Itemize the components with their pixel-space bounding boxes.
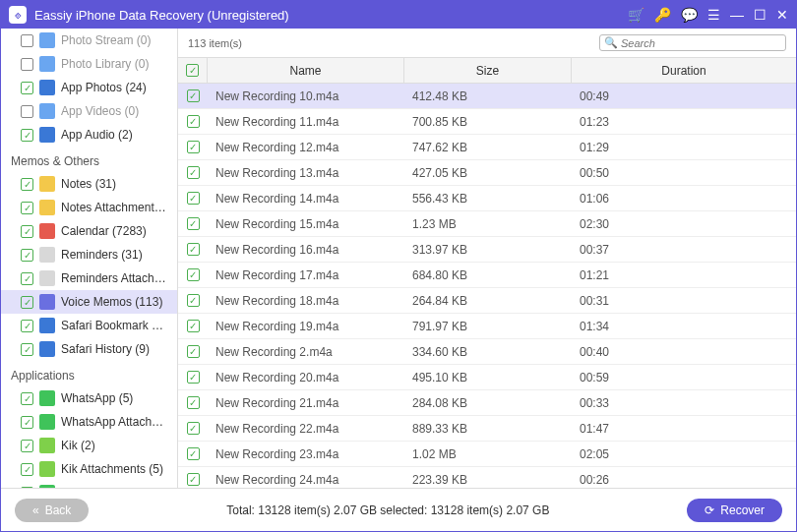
item-count: 113 item(s) bbox=[188, 37, 599, 49]
back-button[interactable]: « Back bbox=[15, 499, 89, 522]
sidebar-item[interactable]: Safari Bookmark (653) bbox=[1, 314, 177, 337]
sidebar-item[interactable]: Line (4) bbox=[1, 481, 177, 488]
column-size[interactable]: Size bbox=[404, 58, 572, 83]
checkbox[interactable] bbox=[21, 129, 33, 142]
row-checkbox[interactable] bbox=[178, 294, 208, 307]
checkbox[interactable] bbox=[21, 225, 33, 238]
row-checkbox[interactable] bbox=[178, 422, 208, 435]
search-input[interactable] bbox=[621, 37, 781, 49]
table-row[interactable]: New Recording 13.m4a427.05 KB00:50 bbox=[178, 160, 796, 186]
sidebar-item[interactable]: Safari History (9) bbox=[1, 337, 177, 361]
table-row[interactable]: New Recording 11.m4a700.85 KB01:23 bbox=[178, 109, 796, 135]
category-icon bbox=[39, 341, 55, 357]
row-checkbox[interactable] bbox=[178, 141, 208, 153]
row-checkbox[interactable] bbox=[178, 243, 208, 256]
minimize-icon[interactable]: — bbox=[730, 7, 744, 23]
row-checkbox[interactable] bbox=[178, 345, 208, 358]
checkbox[interactable] bbox=[21, 105, 33, 118]
sidebar-item[interactable]: Reminders (31) bbox=[1, 243, 177, 266]
table-row[interactable]: New Recording 19.m4a791.97 KB01:34 bbox=[178, 314, 796, 339]
table-row[interactable]: New Recording 18.m4a264.84 KB00:31 bbox=[178, 288, 796, 314]
sidebar-item[interactable]: Photo Stream (0) bbox=[1, 29, 177, 52]
table-row[interactable]: New Recording 10.m4a412.48 KB00:49 bbox=[178, 84, 796, 109]
chat-icon[interactable]: 💬 bbox=[681, 7, 698, 23]
checkbox[interactable] bbox=[21, 178, 33, 191]
table-row[interactable]: New Recording 12.m4a747.62 KB01:29 bbox=[178, 135, 796, 160]
table-row[interactable]: New Recording 2.m4a334.60 KB00:40 bbox=[178, 339, 796, 365]
sidebar-item[interactable]: App Videos (0) bbox=[1, 99, 177, 123]
checkbox[interactable] bbox=[21, 296, 33, 309]
checkbox[interactable] bbox=[21, 202, 33, 214]
table-header: Name Size Duration bbox=[178, 58, 796, 84]
row-checkbox[interactable] bbox=[178, 320, 208, 332]
sidebar-item[interactable]: App Audio (2) bbox=[1, 123, 177, 147]
category-icon bbox=[39, 270, 55, 286]
sidebar-item[interactable]: WhatsApp Attachmen... bbox=[1, 410, 177, 434]
key-icon[interactable]: 🔑 bbox=[654, 7, 671, 23]
cell-duration: 01:34 bbox=[572, 320, 796, 333]
cell-size: 556.43 KB bbox=[404, 192, 572, 206]
row-checkbox[interactable] bbox=[178, 268, 208, 281]
checkbox[interactable] bbox=[21, 58, 33, 71]
cart-icon[interactable]: 🛒 bbox=[628, 7, 644, 23]
row-checkbox[interactable] bbox=[178, 217, 208, 230]
search-box[interactable]: 🔍 bbox=[599, 34, 786, 51]
sidebar-item[interactable]: Kik (2) bbox=[1, 434, 177, 457]
checkbox[interactable] bbox=[21, 249, 33, 262]
cell-size: 427.05 KB bbox=[404, 166, 572, 180]
sidebar-item[interactable]: Calendar (7283) bbox=[1, 219, 177, 243]
select-all-checkbox[interactable] bbox=[178, 58, 208, 83]
recover-button[interactable]: ⟳ Recover bbox=[687, 499, 782, 522]
maximize-icon[interactable]: ☐ bbox=[754, 7, 766, 23]
row-checkbox[interactable] bbox=[178, 89, 208, 102]
table-row[interactable]: New Recording 14.m4a556.43 KB01:06 bbox=[178, 186, 796, 211]
table-row[interactable]: New Recording 16.m4a313.97 KB00:37 bbox=[178, 237, 796, 263]
checkbox[interactable] bbox=[21, 343, 33, 356]
table-row[interactable]: New Recording 20.m4a495.10 KB00:59 bbox=[178, 365, 796, 390]
sidebar-item-label: Kik (2) bbox=[61, 439, 167, 452]
checkbox[interactable] bbox=[21, 392, 33, 405]
menu-icon[interactable]: ☰ bbox=[707, 7, 720, 23]
table-row[interactable]: New Recording 15.m4a1.23 MB02:30 bbox=[178, 211, 796, 237]
sidebar-item[interactable]: Reminders Attachmen... bbox=[1, 266, 177, 290]
table-row[interactable]: New Recording 21.m4a284.08 KB00:33 bbox=[178, 390, 796, 416]
column-name[interactable]: Name bbox=[208, 58, 404, 83]
sidebar-item[interactable]: WhatsApp (5) bbox=[1, 386, 177, 410]
checkbox[interactable] bbox=[21, 272, 33, 285]
checkbox[interactable] bbox=[21, 463, 33, 476]
checkbox[interactable] bbox=[21, 440, 33, 452]
sidebar-item[interactable]: Kik Attachments (5) bbox=[1, 457, 177, 481]
sidebar-item[interactable]: Photo Library (0) bbox=[1, 52, 177, 76]
row-checkbox[interactable] bbox=[178, 166, 208, 179]
row-checkbox[interactable] bbox=[178, 447, 208, 460]
table-row[interactable]: New Recording 22.m4a889.33 KB01:47 bbox=[178, 416, 796, 442]
sidebar-item[interactable]: Notes (31) bbox=[1, 172, 177, 196]
cell-duration: 01:23 bbox=[572, 115, 796, 129]
table-row[interactable]: New Recording 24.m4a223.39 KB00:26 bbox=[178, 467, 796, 488]
close-icon[interactable]: ✕ bbox=[776, 7, 788, 23]
cell-size: 684.80 KB bbox=[404, 268, 572, 282]
footer: « Back Total: 13128 item(s) 2.07 GB sele… bbox=[1, 488, 796, 531]
category-icon bbox=[39, 223, 55, 239]
row-checkbox[interactable] bbox=[178, 192, 208, 205]
table-row[interactable]: New Recording 17.m4a684.80 KB01:21 bbox=[178, 263, 796, 288]
row-checkbox[interactable] bbox=[178, 396, 208, 409]
checkbox[interactable] bbox=[21, 82, 33, 94]
checkbox[interactable] bbox=[21, 487, 33, 489]
sidebar-item[interactable]: App Photos (24) bbox=[1, 76, 177, 99]
checkbox[interactable] bbox=[21, 34, 33, 47]
sidebar-item[interactable]: Notes Attachments (24) bbox=[1, 196, 177, 219]
table-row[interactable]: New Recording 23.m4a1.02 MB02:05 bbox=[178, 442, 796, 467]
checkbox[interactable] bbox=[21, 320, 33, 332]
cell-name: New Recording 14.m4a bbox=[208, 192, 404, 206]
row-checkbox[interactable] bbox=[178, 473, 208, 486]
row-checkbox[interactable] bbox=[178, 115, 208, 128]
checkbox[interactable] bbox=[21, 416, 33, 429]
row-checkbox[interactable] bbox=[178, 371, 208, 384]
sidebar-item-label: Calendar (7283) bbox=[61, 224, 167, 238]
column-duration[interactable]: Duration bbox=[572, 58, 796, 83]
sidebar-item[interactable]: Voice Memos (113) bbox=[1, 290, 177, 314]
sidebar-item-label: App Videos (0) bbox=[61, 104, 167, 118]
section-title: Applications bbox=[1, 361, 177, 386]
cell-size: 284.08 KB bbox=[404, 396, 572, 410]
